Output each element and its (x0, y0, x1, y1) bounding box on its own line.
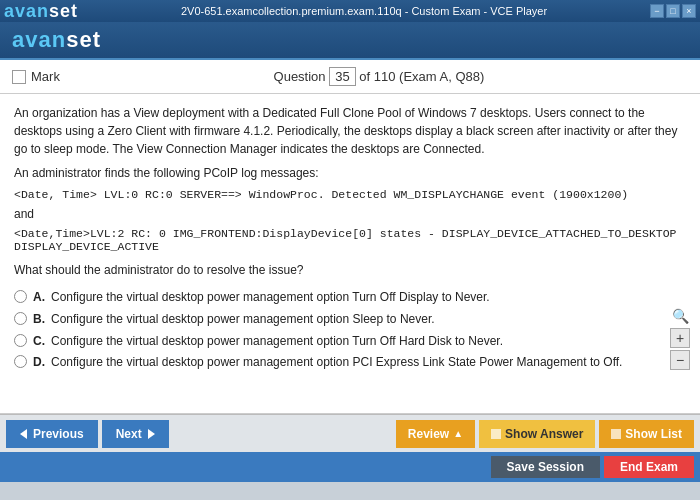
zoom-out-button[interactable]: − (670, 350, 690, 370)
zoom-controls: 🔍 + − (670, 306, 690, 370)
question-header: Mark Question 35 of 110 (Exam A, Q88) (0, 60, 700, 94)
review-chevron-icon: ▲ (453, 428, 463, 439)
options-area: A. Configure the virtual desktop power m… (14, 289, 686, 371)
action-bar: Save Session End Exam (0, 452, 700, 482)
option-letter: C. (33, 333, 45, 350)
header-logo: avanset (12, 27, 101, 53)
question-info: Question 35 of 110 (Exam A, Q88) (70, 67, 688, 86)
option-letter: A. (33, 289, 45, 306)
zoom-search-icon[interactable]: 🔍 (670, 306, 690, 326)
header-logo-part2: set (66, 27, 101, 52)
title-bar: avanset 2V0-651.examcollection.premium.e… (0, 0, 700, 22)
code-line-1: <Date, Time> LVL:0 RC:0 SERVER==> Window… (14, 188, 686, 201)
option-item-a[interactable]: A. Configure the virtual desktop power m… (14, 289, 686, 306)
question-prompt: What should the administrator do to reso… (14, 261, 686, 279)
option-letter: D. (33, 354, 45, 371)
show-answer-square-icon (491, 429, 501, 439)
radio-c[interactable] (14, 334, 27, 347)
question-body: An organization has a View deployment wi… (14, 104, 686, 158)
review-label: Review (408, 427, 449, 441)
zoom-in-button[interactable]: + (670, 328, 690, 348)
nav-bar: Previous Next Review ▲ Show Answer Show … (0, 414, 700, 452)
header: avanset (0, 22, 700, 60)
end-exam-button[interactable]: End Exam (604, 456, 694, 478)
option-text: Configure the virtual desktop power mana… (51, 289, 490, 306)
close-button[interactable]: × (682, 4, 696, 18)
code-line-2: <Date,Time>LVL:2 RC: 0 IMG_FRONTEND:Disp… (14, 227, 686, 253)
title-bar-left: avanset (4, 1, 78, 22)
mark-area[interactable]: Mark (12, 69, 60, 84)
option-letter: B. (33, 311, 45, 328)
question-word: Question (274, 69, 326, 84)
question-paragraph3: and (14, 205, 686, 223)
show-list-button[interactable]: Show List (599, 420, 694, 448)
option-text: Configure the virtual desktop power mana… (51, 333, 503, 350)
next-arrow-icon (148, 429, 155, 439)
review-button[interactable]: Review ▲ (396, 420, 475, 448)
show-list-square-icon (611, 429, 621, 439)
option-item-b[interactable]: B. Configure the virtual desktop power m… (14, 311, 686, 328)
next-label: Next (116, 427, 142, 441)
logo-part1: avan (4, 1, 49, 21)
logo-part2: set (49, 1, 78, 21)
question-paragraph2: An administrator finds the following PCo… (14, 164, 686, 182)
option-text: Configure the virtual desktop power mana… (51, 311, 435, 328)
minimize-button[interactable]: − (650, 4, 664, 18)
save-session-button[interactable]: Save Session (491, 456, 600, 478)
option-item-c[interactable]: C. Configure the virtual desktop power m… (14, 333, 686, 350)
show-answer-button[interactable]: Show Answer (479, 420, 595, 448)
show-list-label: Show List (625, 427, 682, 441)
previous-arrow-icon (20, 429, 27, 439)
option-text: Configure the virtual desktop power mana… (51, 354, 622, 371)
main-content: An organization has a View deployment wi… (0, 94, 700, 414)
show-answer-label: Show Answer (505, 427, 583, 441)
radio-d[interactable] (14, 355, 27, 368)
mark-label: Mark (31, 69, 60, 84)
header-logo-part1: avan (12, 27, 66, 52)
previous-button[interactable]: Previous (6, 420, 98, 448)
previous-label: Previous (33, 427, 84, 441)
window-controls: − □ × (650, 4, 696, 18)
maximize-button[interactable]: □ (666, 4, 680, 18)
next-button[interactable]: Next (102, 420, 169, 448)
radio-a[interactable] (14, 290, 27, 303)
question-total: of 110 (Exam A, Q88) (359, 69, 484, 84)
radio-b[interactable] (14, 312, 27, 325)
logo: avanset (4, 1, 78, 22)
question-num-box: 35 (329, 67, 355, 86)
mark-checkbox[interactable] (12, 70, 26, 84)
window-title: 2V0-651.examcollection.premium.exam.110q… (78, 5, 650, 17)
option-item-d[interactable]: D. Configure the virtual desktop power m… (14, 354, 686, 371)
